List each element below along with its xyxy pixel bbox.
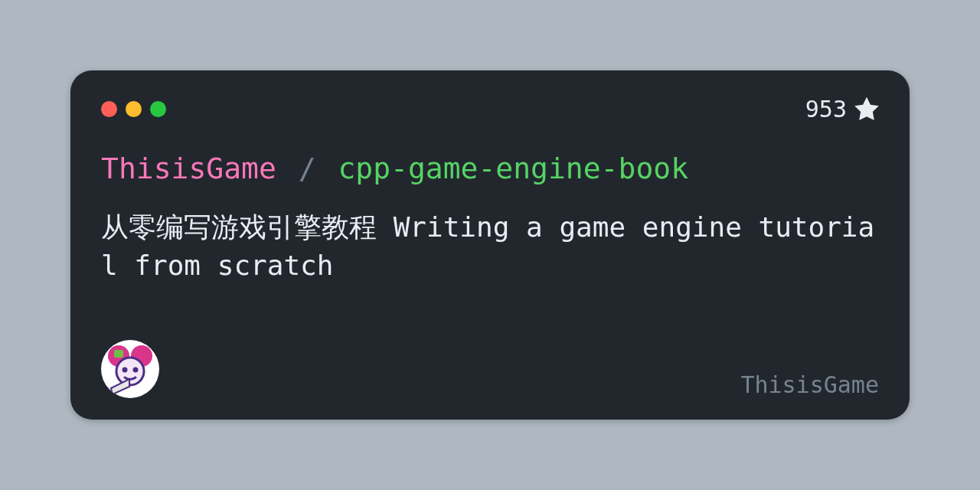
card-footer: ThisisGame [101,340,879,398]
window-topbar: 953 [101,96,879,121]
window-traffic-lights [101,101,166,117]
repo-description: 从零编写游戏引擎教程 Writing a game engine tutoria… [101,208,879,286]
close-icon [101,101,117,117]
svg-point-5 [122,368,128,373]
maximize-icon [150,101,166,117]
avatar [101,340,159,398]
minimize-icon [126,101,142,117]
star-count-value: 953 [805,96,847,122]
svg-point-6 [133,368,139,373]
star-icon [854,96,879,121]
avatar-image [103,342,157,396]
repo-separator: / [299,152,316,185]
repo-owner: ThisisGame [101,152,276,185]
username: ThisisGame [740,371,879,398]
svg-rect-3 [114,350,123,358]
star-count: 953 [805,96,879,122]
repo-card: 953 ThisisGame / cpp-game-engine-book 从零… [70,70,910,420]
repo-name: cpp-game-engine-book [338,152,688,185]
repo-title: ThisisGame / cpp-game-engine-book [101,152,879,187]
